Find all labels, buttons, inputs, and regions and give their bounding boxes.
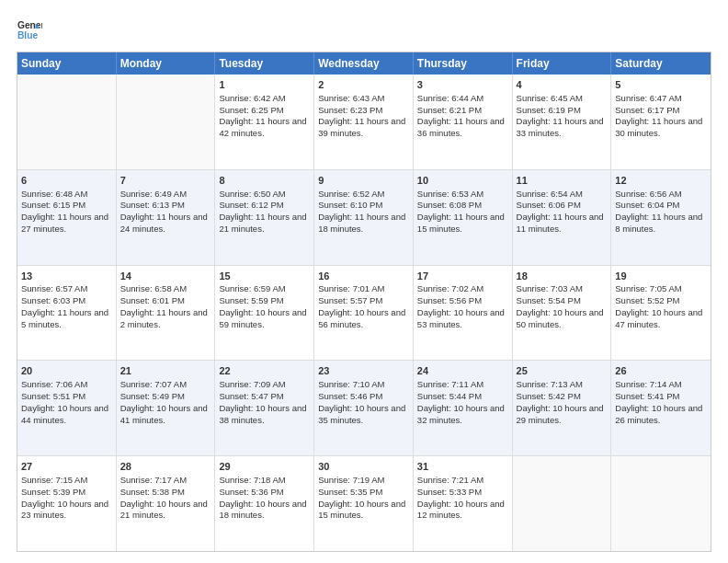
sunrise-text: Sunrise: 7:02 AM (417, 283, 483, 293)
header: General Blue (17, 17, 711, 42)
daylight-text: Daylight: 10 hours and 56 minutes. (318, 307, 405, 329)
sunrise-text: Sunrise: 7:17 AM (120, 475, 187, 485)
sunrise-text: Sunrise: 7:06 AM (21, 379, 87, 389)
daylight-text: Daylight: 10 hours and 41 minutes. (120, 403, 208, 425)
calendar-day: 27Sunrise: 7:15 AMSunset: 5:39 PMDayligh… (17, 456, 117, 551)
day-number: 17 (417, 270, 508, 283)
sunrise-text: Sunrise: 6:56 AM (615, 189, 681, 199)
daylight-text: Daylight: 10 hours and 47 minutes. (615, 307, 702, 329)
sunset-text: Sunset: 6:19 PM (517, 105, 581, 115)
day-number: 12 (615, 174, 707, 188)
daylight-text: Daylight: 11 hours and 42 minutes. (219, 116, 306, 138)
daylight-text: Daylight: 10 hours and 26 minutes. (615, 403, 702, 425)
calendar-body: 1Sunrise: 6:42 AMSunset: 6:25 PMDaylight… (17, 75, 711, 551)
day-number: 26 (615, 364, 707, 378)
day-header: Saturday (611, 52, 711, 75)
calendar-day: 12Sunrise: 6:56 AMSunset: 6:04 PMDayligh… (611, 170, 711, 265)
calendar-day: 11Sunrise: 6:54 AMSunset: 6:06 PMDayligh… (513, 170, 612, 265)
sunrise-text: Sunrise: 7:03 AM (517, 283, 583, 293)
day-number: 28 (120, 460, 211, 474)
day-number: 27 (21, 460, 112, 474)
calendar-day: 28Sunrise: 7:17 AMSunset: 5:38 PMDayligh… (117, 456, 216, 551)
sunrise-text: Sunrise: 7:09 AM (219, 379, 285, 389)
calendar-day: 8Sunrise: 6:50 AMSunset: 6:12 PMDaylight… (215, 170, 314, 265)
sunset-text: Sunset: 6:08 PM (417, 200, 482, 210)
sunset-text: Sunset: 6:04 PM (615, 200, 679, 210)
svg-text:General: General (17, 20, 42, 30)
calendar-day: 6Sunrise: 6:48 AMSunset: 6:15 PMDaylight… (17, 170, 117, 265)
calendar-day: 1Sunrise: 6:42 AMSunset: 6:25 PMDaylight… (215, 75, 314, 169)
calendar-empty (117, 75, 216, 169)
svg-text:Blue: Blue (17, 30, 39, 40)
daylight-text: Daylight: 10 hours and 18 minutes. (219, 499, 306, 521)
daylight-text: Daylight: 11 hours and 5 minutes. (21, 307, 108, 329)
calendar-day: 18Sunrise: 7:03 AMSunset: 5:54 PMDayligh… (513, 266, 612, 361)
calendar-week: 13Sunrise: 6:57 AMSunset: 6:03 PMDayligh… (17, 265, 711, 361)
calendar-day: 7Sunrise: 6:49 AMSunset: 6:13 PMDaylight… (117, 170, 216, 265)
calendar-day: 29Sunrise: 7:18 AMSunset: 5:36 PMDayligh… (215, 456, 314, 551)
day-number: 15 (219, 270, 310, 283)
sunset-text: Sunset: 5:41 PM (615, 391, 679, 401)
daylight-text: Daylight: 11 hours and 18 minutes. (318, 212, 405, 234)
sunset-text: Sunset: 5:44 PM (417, 391, 482, 401)
sunrise-text: Sunrise: 6:47 AM (615, 93, 681, 103)
day-number: 2 (318, 78, 409, 92)
day-number: 16 (318, 270, 409, 283)
calendar-day: 24Sunrise: 7:11 AMSunset: 5:44 PMDayligh… (414, 361, 513, 455)
calendar-week: 27Sunrise: 7:15 AMSunset: 5:39 PMDayligh… (17, 455, 711, 551)
daylight-text: Daylight: 10 hours and 29 minutes. (517, 403, 604, 425)
daylight-text: Daylight: 11 hours and 24 minutes. (120, 212, 208, 234)
daylight-text: Daylight: 11 hours and 39 minutes. (318, 116, 405, 138)
calendar-day: 31Sunrise: 7:21 AMSunset: 5:33 PMDayligh… (414, 456, 513, 551)
daylight-text: Daylight: 11 hours and 11 minutes. (517, 212, 604, 234)
calendar-week: 20Sunrise: 7:06 AMSunset: 5:51 PMDayligh… (17, 360, 711, 455)
day-number: 8 (219, 174, 310, 188)
calendar-day: 16Sunrise: 7:01 AMSunset: 5:57 PMDayligh… (314, 266, 414, 361)
logo: General Blue (17, 17, 46, 42)
day-number: 4 (517, 78, 608, 92)
day-number: 29 (219, 460, 310, 474)
calendar-header: SundayMondayTuesdayWednesdayThursdayFrid… (17, 52, 711, 75)
sunrise-text: Sunrise: 7:14 AM (615, 379, 681, 389)
sunrise-text: Sunrise: 7:19 AM (318, 475, 384, 485)
page: General Blue SundayMondayTuesdayWednesda… (0, 0, 728, 563)
sunset-text: Sunset: 5:49 PM (120, 391, 185, 401)
daylight-text: Daylight: 10 hours and 50 minutes. (517, 307, 604, 329)
daylight-text: Daylight: 10 hours and 53 minutes. (417, 307, 505, 329)
sunrise-text: Sunrise: 6:44 AM (417, 93, 483, 103)
calendar-day: 26Sunrise: 7:14 AMSunset: 5:41 PMDayligh… (611, 361, 711, 455)
day-number: 22 (219, 364, 310, 378)
calendar: SundayMondayTuesdayWednesdayThursdayFrid… (17, 52, 711, 552)
daylight-text: Daylight: 11 hours and 33 minutes. (517, 116, 604, 138)
sunset-text: Sunset: 5:39 PM (21, 487, 85, 497)
day-number: 21 (120, 364, 211, 378)
day-number: 20 (21, 364, 112, 378)
calendar-empty (17, 75, 117, 169)
sunset-text: Sunset: 5:54 PM (517, 295, 581, 305)
calendar-day: 5Sunrise: 6:47 AMSunset: 6:17 PMDaylight… (611, 75, 711, 169)
daylight-text: Daylight: 11 hours and 36 minutes. (417, 116, 505, 138)
sunrise-text: Sunrise: 6:52 AM (318, 189, 384, 199)
daylight-text: Daylight: 11 hours and 27 minutes. (21, 212, 108, 234)
sunset-text: Sunset: 5:33 PM (417, 487, 482, 497)
day-header: Friday (513, 52, 612, 75)
calendar-empty (611, 456, 711, 551)
day-number: 7 (120, 174, 211, 188)
daylight-text: Daylight: 10 hours and 59 minutes. (219, 307, 306, 329)
daylight-text: Daylight: 10 hours and 35 minutes. (318, 403, 405, 425)
daylight-text: Daylight: 10 hours and 21 minutes. (120, 499, 208, 521)
calendar-day: 13Sunrise: 6:57 AMSunset: 6:03 PMDayligh… (17, 266, 117, 361)
day-number: 5 (615, 78, 707, 92)
day-header: Monday (117, 52, 216, 75)
sunrise-text: Sunrise: 6:45 AM (517, 93, 583, 103)
calendar-empty (513, 456, 612, 551)
sunset-text: Sunset: 5:57 PM (318, 295, 382, 305)
sunset-text: Sunset: 6:25 PM (219, 105, 283, 115)
daylight-text: Daylight: 10 hours and 12 minutes. (417, 499, 505, 521)
daylight-text: Daylight: 11 hours and 2 minutes. (120, 307, 208, 329)
day-number: 1 (219, 78, 310, 92)
daylight-text: Daylight: 11 hours and 21 minutes. (219, 212, 306, 234)
sunrise-text: Sunrise: 6:57 AM (21, 283, 87, 293)
calendar-day: 17Sunrise: 7:02 AMSunset: 5:56 PMDayligh… (414, 266, 513, 361)
calendar-day: 23Sunrise: 7:10 AMSunset: 5:46 PMDayligh… (314, 361, 414, 455)
